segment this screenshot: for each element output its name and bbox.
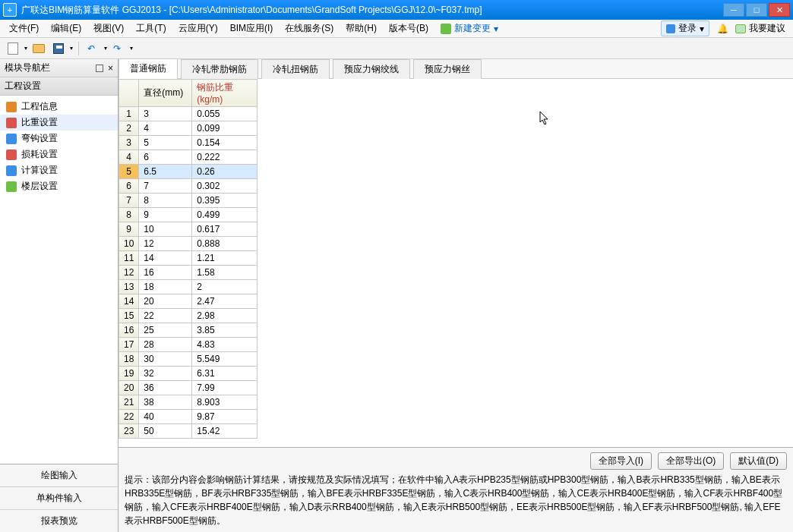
cell-weight[interactable]: 0.154 [192,136,257,150]
cell-weight[interactable]: 0.099 [192,121,257,136]
cell-diameter[interactable]: 40 [139,410,192,424]
table-row[interactable]: 10120.888 [119,237,257,251]
table-row[interactable]: 56.50.26 [119,165,257,179]
cell-weight[interactable]: 2.47 [192,294,257,309]
rebar-grid[interactable]: 直径(mm)钢筋比重(kg/m)130.055240.099350.154460… [118,79,257,439]
cell-diameter[interactable]: 6 [139,150,192,165]
table-row[interactable]: 18305.549 [119,352,257,367]
cell-diameter[interactable]: 20 [139,294,192,309]
cell-weight[interactable]: 0.302 [192,179,257,194]
cell-weight[interactable]: 3.85 [192,323,257,338]
cell-diameter[interactable]: 9 [139,208,192,222]
cell-diameter[interactable]: 22 [139,309,192,323]
tree-item[interactable]: 工程信息 [0,99,118,115]
column-header[interactable]: 直径(mm) [139,80,192,107]
table-row[interactable]: 9100.617 [119,222,257,237]
cell-weight[interactable]: 0.055 [192,107,257,121]
bottom-tab[interactable]: 报表预览 [0,510,118,532]
tree-item[interactable]: 楼层设置 [0,178,118,194]
table-row[interactable]: 15222.98 [119,309,257,323]
cell-weight[interactable]: 2 [192,280,257,294]
table-row[interactable]: 240.099 [119,121,257,136]
close-button[interactable]: ✕ [769,3,790,17]
cell-weight[interactable]: 0.888 [192,237,257,251]
cell-diameter[interactable]: 10 [139,222,192,237]
dropdown-icon[interactable]: ▾ [130,45,133,52]
table-row[interactable]: 17284.83 [119,338,257,352]
menu-item[interactable]: 文件(F) [3,20,45,36]
table-row[interactable]: 22409.87 [119,410,257,424]
tree-item[interactable]: 损耗设置 [0,146,118,162]
undo-button[interactable]: ↶ [84,40,101,57]
table-row[interactable]: 460.222 [119,150,257,165]
panel-close-icon[interactable]: × [108,63,113,74]
table-row[interactable]: 21388.903 [119,395,257,410]
redo-button[interactable]: ↷ [110,40,127,57]
pin-icon[interactable] [96,65,103,72]
tab[interactable]: 普通钢筋 [118,58,178,79]
table-row[interactable]: 670.302 [119,179,257,194]
table-row[interactable]: 235015.42 [119,424,257,439]
save-button[interactable] [50,40,67,57]
cell-diameter[interactable]: 7 [139,179,192,194]
table-row[interactable]: 19326.31 [119,367,257,381]
cell-diameter[interactable]: 30 [139,352,192,367]
cell-diameter[interactable]: 6.5 [139,165,192,179]
cell-weight[interactable]: 0.499 [192,208,257,222]
cell-diameter[interactable]: 3 [139,107,192,121]
footer-button[interactable]: 全部导出(O) [658,452,724,470]
cell-weight[interactable]: 0.222 [192,150,257,165]
footer-button[interactable]: 全部导入(I) [590,452,652,470]
cell-weight[interactable]: 6.31 [192,367,257,381]
cell-diameter[interactable]: 14 [139,251,192,266]
cell-diameter[interactable]: 28 [139,338,192,352]
menu-item[interactable]: 编辑(E) [45,20,87,36]
footer-button[interactable]: 默认值(D) [730,452,787,470]
cell-diameter[interactable]: 4 [139,121,192,136]
table-row[interactable]: 780.395 [119,194,257,208]
cell-weight[interactable]: 1.58 [192,266,257,280]
table-row[interactable]: 11141.21 [119,251,257,266]
menu-item[interactable]: 帮助(H) [340,20,383,36]
bell-icon[interactable]: 🔔 [717,24,728,34]
cell-weight[interactable]: 7.99 [192,381,257,395]
cell-diameter[interactable]: 18 [139,280,192,294]
cell-diameter[interactable]: 38 [139,395,192,410]
cell-diameter[interactable]: 36 [139,381,192,395]
table-row[interactable]: 16253.85 [119,323,257,338]
login-button[interactable]: 登录 ▾ [661,20,709,36]
cell-diameter[interactable]: 5 [139,136,192,150]
bottom-tab[interactable]: 绘图输入 [0,464,118,487]
cell-weight[interactable]: 4.83 [192,338,257,352]
dropdown-icon[interactable]: ▾ [70,45,73,52]
menu-item[interactable]: 云应用(Y) [172,20,224,36]
tab[interactable]: 预应力钢丝 [413,59,482,79]
cell-diameter[interactable]: 25 [139,323,192,338]
table-row[interactable]: 12161.58 [119,266,257,280]
minimize-button[interactable]: ─ [723,3,744,17]
bottom-tab[interactable]: 单构件输入 [0,487,118,510]
column-header[interactable]: 钢筋比重(kg/m) [192,80,257,107]
open-button[interactable] [30,40,47,57]
menu-item[interactable]: BIM应用(I) [224,20,280,36]
cell-weight[interactable]: 5.549 [192,352,257,367]
menu-item[interactable]: 工具(T) [130,20,172,36]
new-change-menu[interactable]: 新建变更 ▾ [441,22,498,35]
menu-item[interactable]: 在线服务(S) [279,20,340,36]
table-row[interactable]: 14202.47 [119,294,257,309]
dropdown-icon[interactable]: ▾ [104,45,107,52]
cell-weight[interactable]: 9.87 [192,410,257,424]
cell-diameter[interactable]: 12 [139,237,192,251]
cell-diameter[interactable]: 16 [139,266,192,280]
cell-weight[interactable]: 0.26 [192,165,257,179]
cell-weight[interactable]: 0.617 [192,222,257,237]
tree-item[interactable]: 计算设置 [0,162,118,178]
tree-item[interactable]: 比重设置 [0,115,118,131]
cell-weight[interactable]: 2.98 [192,309,257,323]
cell-weight[interactable]: 0.395 [192,194,257,208]
cell-diameter[interactable]: 50 [139,424,192,439]
suggest-button[interactable]: 我要建议 [735,22,785,35]
maximize-button[interactable]: □ [746,3,767,17]
table-row[interactable]: 350.154 [119,136,257,150]
cell-weight[interactable]: 8.903 [192,395,257,410]
